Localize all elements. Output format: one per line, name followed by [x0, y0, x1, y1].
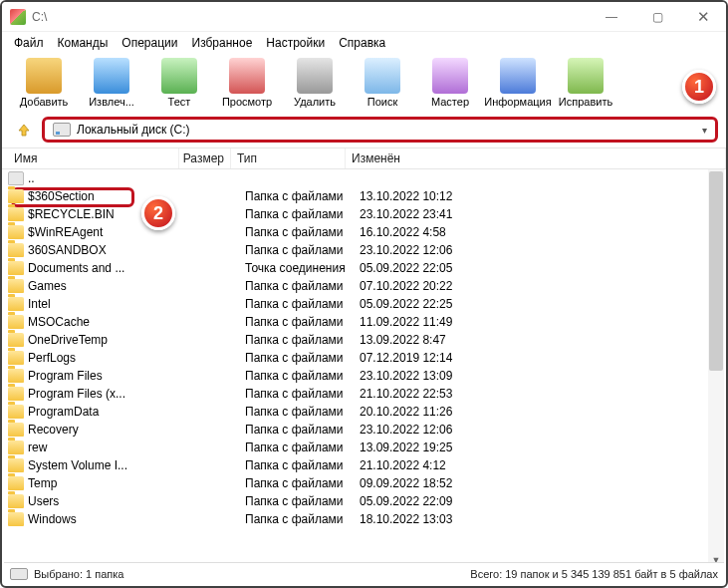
- folder-icon: [8, 512, 24, 526]
- view-button[interactable]: Просмотр: [213, 58, 281, 108]
- list-item[interactable]: $RECYCLE.BINПапка с файлами23.10.2022 23…: [2, 205, 726, 223]
- col-size[interactable]: Размер: [179, 148, 231, 168]
- folder-icon: [8, 207, 24, 221]
- list-item[interactable]: PerfLogsПапка с файлами07.12.2019 12:14: [2, 349, 726, 367]
- scroll-thumb[interactable]: [709, 171, 723, 371]
- file-name: Program Files: [28, 369, 193, 383]
- file-name: PerfLogs: [28, 351, 193, 365]
- list-item[interactable]: Program Files (x...Папка с файлами21.10.…: [2, 385, 726, 403]
- file-modified: 23.10.2022 12:06: [360, 423, 726, 437]
- file-modified: 13.09.2022 8:47: [360, 333, 726, 347]
- file-type: Папка с файлами: [245, 333, 360, 347]
- menu-item[interactable]: Настройки: [260, 34, 331, 52]
- maximize-button[interactable]: ▢: [634, 2, 680, 31]
- menu-item[interactable]: Операции: [116, 34, 183, 52]
- list-item[interactable]: WindowsПапка с файлами18.10.2022 13:03: [2, 510, 726, 528]
- info-button-icon: [500, 58, 536, 94]
- list-item[interactable]: ..: [2, 169, 726, 187]
- chevron-down-icon[interactable]: ▾: [702, 125, 707, 136]
- list-item[interactable]: Program FilesПапка с файлами23.10.2022 1…: [2, 367, 726, 385]
- list-item[interactable]: OneDriveTempПапка с файлами13.09.2022 8:…: [2, 331, 726, 349]
- folder-icon: [8, 458, 24, 472]
- delete-button-icon: [297, 58, 333, 94]
- minimize-button[interactable]: —: [589, 2, 634, 31]
- test-button-icon: [161, 58, 197, 94]
- file-type: Папка с файлами: [245, 423, 360, 437]
- up-button[interactable]: [10, 117, 38, 143]
- list-item[interactable]: RecoveryПапка с файлами23.10.2022 12:06: [2, 421, 726, 439]
- file-name: $WinREAgent: [28, 225, 193, 239]
- file-modified: 13.09.2022 19:25: [360, 441, 726, 454]
- close-button[interactable]: ✕: [680, 2, 726, 31]
- file-type: Папка с файлами: [245, 243, 360, 257]
- menu-item[interactable]: Справка: [333, 34, 391, 52]
- file-modified: 13.10.2022 10:12: [360, 189, 726, 203]
- folder-icon: [8, 423, 24, 437]
- repair-button-icon: [568, 58, 604, 94]
- file-modified: 05.09.2022 22:05: [360, 261, 726, 275]
- menu-item[interactable]: Избранное: [186, 34, 259, 52]
- list-item[interactable]: GamesПапка с файлами07.10.2022 20:22: [2, 277, 726, 295]
- info-button[interactable]: Информация: [484, 58, 552, 108]
- file-modified: 23.10.2022 23:41: [360, 207, 726, 221]
- folder-icon: [8, 297, 24, 311]
- list-item[interactable]: MSOCacheПапка с файлами11.09.2022 11:49: [2, 313, 726, 331]
- list-item[interactable]: rewПапка с файлами13.09.2022 19:25: [2, 439, 726, 456]
- file-name: Windows: [28, 512, 193, 526]
- list-item[interactable]: UsersПапка с файлами05.09.2022 22:09: [2, 492, 726, 510]
- list-item[interactable]: $WinREAgentПапка с файлами16.10.2022 4:5…: [2, 223, 726, 241]
- folder-icon: [8, 225, 24, 239]
- delete-button[interactable]: Удалить: [281, 58, 349, 108]
- folder-icon: [8, 369, 24, 383]
- file-type: Папка с файлами: [245, 297, 360, 311]
- list-item[interactable]: System Volume I...Папка с файлами21.10.2…: [2, 456, 726, 474]
- scrollbar[interactable]: ▲ ▼: [708, 169, 724, 568]
- add-button-icon: [26, 58, 62, 94]
- file-modified: 21.10.2022 22:53: [360, 387, 726, 401]
- file-type: Папка с файлами: [245, 369, 360, 383]
- list-item[interactable]: Documents and ...Точка соединения05.09.2…: [2, 259, 726, 277]
- find-button[interactable]: Поиск: [349, 58, 416, 108]
- toolbar-label: Поиск: [367, 96, 397, 108]
- file-list: ▲ ▼ ..$360SectionПапка с файлами13.10.20…: [2, 169, 726, 568]
- menu-item[interactable]: Команды: [52, 34, 115, 52]
- disk-icon: [10, 568, 28, 580]
- list-item[interactable]: $360SectionПапка с файлами13.10.2022 10:…: [2, 187, 726, 205]
- add-button[interactable]: Добавить: [10, 58, 78, 108]
- list-item[interactable]: IntelПапка с файлами05.09.2022 22:25: [2, 295, 726, 313]
- list-item[interactable]: 360SANDBOXПапка с файлами23.10.2022 12:0…: [2, 241, 726, 259]
- col-type[interactable]: Тип: [231, 148, 346, 168]
- file-type: Папка с файлами: [245, 387, 360, 401]
- file-modified: 05.09.2022 22:09: [360, 494, 726, 508]
- address-bar[interactable]: Локальный диск (C:) ▾: [42, 117, 718, 143]
- file-name: Documents and ...: [28, 261, 193, 275]
- status-right: Всего: 19 папок и 5 345 139 851 байт в 5…: [470, 568, 718, 580]
- col-modified[interactable]: Изменён: [346, 148, 726, 168]
- file-type: Папка с файлами: [245, 476, 360, 490]
- file-name: MSOCache: [28, 315, 193, 329]
- test-button[interactable]: Тест: [145, 58, 213, 108]
- file-modified: 07.12.2019 12:14: [360, 351, 726, 365]
- file-name: Intel: [28, 297, 193, 311]
- file-type: Папка с файлами: [245, 512, 360, 526]
- drive-icon: [53, 123, 71, 137]
- list-item[interactable]: ProgramDataПапка с файлами20.10.2022 11:…: [2, 403, 726, 421]
- wizard-button[interactable]: Мастер: [416, 58, 484, 108]
- extract-button[interactable]: Извлеч...: [78, 58, 145, 108]
- col-name[interactable]: Имя: [8, 148, 179, 168]
- file-modified: 18.10.2022 13:03: [360, 512, 726, 526]
- list-item[interactable]: TempПапка с файлами09.09.2022 18:52: [2, 474, 726, 492]
- menu-item[interactable]: Файл: [8, 34, 50, 52]
- file-modified: 05.09.2022 22:25: [360, 297, 726, 311]
- repair-button[interactable]: Исправить: [552, 58, 619, 108]
- toolbar-label: Добавить: [20, 96, 69, 108]
- file-name: 360SANDBOX: [28, 243, 193, 257]
- file-type: Папка с файлами: [245, 279, 360, 293]
- column-headers: Имя Размер Тип Изменён: [2, 147, 726, 169]
- file-type: Папка с файлами: [245, 405, 360, 419]
- file-modified: 11.09.2022 11:49: [360, 315, 726, 329]
- title-bar: C:\ — ▢ ✕: [2, 2, 726, 32]
- file-modified: 20.10.2022 11:26: [360, 405, 726, 419]
- folder-icon: [8, 243, 24, 257]
- folder-icon: [8, 261, 24, 275]
